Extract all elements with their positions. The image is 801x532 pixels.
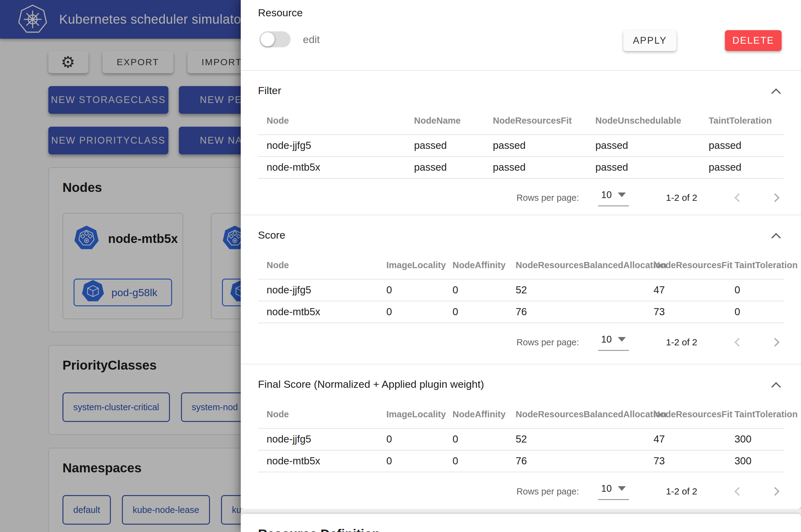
column-header: TaintToleration bbox=[709, 106, 784, 135]
table-row: node-mtb5x passed passed passed passed bbox=[258, 156, 784, 178]
resource-definition-section: Resource Definition bbox=[241, 514, 801, 532]
cell-value: 52 bbox=[516, 279, 654, 301]
cell-node: node-mtb5x bbox=[258, 301, 386, 323]
cell-node: node-mtb5x bbox=[258, 450, 386, 472]
cell-value: 0 bbox=[386, 450, 453, 472]
cell-value: 0 bbox=[386, 301, 453, 323]
score-pagination: Rows per page: 10 1-2 of 2 bbox=[258, 332, 784, 352]
resource-drawer: Resource edit APPLY DELETE Filter Node N… bbox=[241, 0, 801, 532]
column-header: ImageLocality bbox=[386, 399, 453, 429]
previous-page-icon[interactable] bbox=[734, 193, 743, 202]
drawer-header: Resource edit APPLY DELETE bbox=[241, 0, 801, 71]
cell-value: 0 bbox=[453, 450, 516, 472]
cell-value: 300 bbox=[734, 429, 784, 450]
score-table: Node ImageLocality NodeAffinity NodeReso… bbox=[258, 250, 784, 323]
final-score-pagination: Rows per page: 10 1-2 of 2 bbox=[258, 481, 784, 501]
final-score-table: Node ImageLocality NodeAffinity NodeReso… bbox=[258, 399, 784, 472]
filter-title: Filter bbox=[258, 71, 784, 97]
cell-value: 52 bbox=[516, 429, 654, 450]
cell-value: 73 bbox=[654, 301, 734, 323]
cell-node: node-mtb5x bbox=[258, 156, 414, 178]
filter-pagination: Rows per page: 10 1-2 of 2 bbox=[258, 188, 784, 208]
edit-toggle[interactable] bbox=[260, 31, 291, 48]
cell-value: passed bbox=[414, 135, 493, 156]
table-row: node-jjfg5 passed passed passed passed bbox=[258, 135, 784, 156]
cell-value: 0 bbox=[386, 429, 453, 450]
cell-value: 300 bbox=[734, 450, 784, 472]
cell-value: 76 bbox=[516, 301, 654, 323]
cell-value: 0 bbox=[453, 301, 516, 323]
next-page-icon[interactable] bbox=[771, 193, 780, 202]
table-row: node-jjfg5 0 0 52 47 300 bbox=[258, 429, 784, 450]
cell-value: 0 bbox=[386, 279, 453, 301]
page-range: 1-2 of 2 bbox=[666, 486, 697, 497]
next-page-icon[interactable] bbox=[771, 338, 780, 346]
filter-table: Node NodeName NodeResourcesFit NodeUnsch… bbox=[258, 106, 784, 179]
cell-value: passed bbox=[493, 135, 595, 156]
rows-per-page-select[interactable]: 10 bbox=[598, 483, 629, 500]
previous-page-icon[interactable] bbox=[734, 338, 743, 346]
toggle-knob bbox=[260, 32, 275, 46]
cell-value: passed bbox=[709, 135, 784, 156]
delete-button[interactable]: DELETE bbox=[725, 30, 782, 51]
cell-value: 0 bbox=[734, 301, 784, 323]
table-row: node-jjfg5 0 0 52 47 0 bbox=[258, 279, 784, 301]
previous-page-icon[interactable] bbox=[734, 487, 743, 496]
column-header: TaintToleration bbox=[734, 250, 784, 279]
column-header: NodeResourcesBalancedAllocation bbox=[516, 250, 654, 279]
column-header: TaintToleration bbox=[734, 399, 784, 429]
rows-per-page-value: 10 bbox=[601, 334, 612, 345]
column-header: Node bbox=[258, 399, 386, 429]
caret-down-icon bbox=[618, 337, 626, 342]
rows-per-page-value: 10 bbox=[601, 483, 612, 494]
cell-value: passed bbox=[493, 156, 595, 178]
column-header: NodeResourcesFit bbox=[654, 399, 734, 429]
column-header: Node bbox=[258, 250, 386, 279]
score-title: Score bbox=[258, 215, 784, 241]
page-range: 1-2 of 2 bbox=[666, 337, 697, 347]
column-header: NodeAffinity bbox=[453, 250, 516, 279]
cell-value: passed bbox=[709, 156, 784, 178]
cell-node: node-jjfg5 bbox=[258, 279, 386, 301]
cell-value: passed bbox=[595, 156, 709, 178]
cell-value: passed bbox=[595, 135, 709, 156]
cell-value: passed bbox=[414, 156, 493, 178]
column-header: NodeResourcesBalancedAllocation bbox=[516, 399, 654, 429]
rows-per-page-label: Rows per page: bbox=[516, 193, 579, 203]
cell-value: 0 bbox=[734, 279, 784, 301]
column-header: NodeResourcesFit bbox=[654, 250, 734, 279]
final-score-section: Final Score (Normalized + Applied plugin… bbox=[241, 364, 801, 509]
column-header: NodeUnschedulable bbox=[595, 106, 709, 135]
filter-section: Filter Node NodeName NodeResourcesFit No… bbox=[241, 71, 801, 215]
card-gap bbox=[241, 509, 801, 514]
column-header: Node bbox=[258, 106, 414, 135]
rows-per-page-label: Rows per page: bbox=[516, 487, 579, 497]
column-header: NodeAffinity bbox=[453, 399, 516, 429]
cell-node: node-jjfg5 bbox=[258, 135, 414, 156]
caret-down-icon bbox=[618, 192, 626, 197]
cell-value: 0 bbox=[453, 279, 516, 301]
cell-value: 47 bbox=[654, 279, 734, 301]
rows-per-page-label: Rows per page: bbox=[516, 337, 579, 347]
column-header: NodeResourcesFit bbox=[493, 106, 595, 135]
column-header: NodeName bbox=[414, 106, 493, 135]
rows-per-page-select[interactable]: 10 bbox=[598, 334, 629, 351]
drawer-title: Resource bbox=[258, 7, 303, 19]
score-section: Score Node ImageLocality NodeAffinity No… bbox=[241, 215, 801, 364]
table-row: node-mtb5x 0 0 76 73 300 bbox=[258, 450, 784, 472]
edit-toggle-label: edit bbox=[303, 34, 320, 45]
page-range: 1-2 of 2 bbox=[666, 192, 697, 203]
cell-value: 76 bbox=[516, 450, 654, 472]
column-header: ImageLocality bbox=[386, 250, 453, 279]
cell-node: node-jjfg5 bbox=[258, 429, 386, 450]
resource-definition-title: Resource Definition bbox=[258, 527, 784, 532]
cell-value: 0 bbox=[453, 429, 516, 450]
rows-per-page-value: 10 bbox=[601, 189, 612, 201]
rows-per-page-select[interactable]: 10 bbox=[598, 189, 629, 206]
apply-button[interactable]: APPLY bbox=[623, 30, 676, 51]
cell-value: 47 bbox=[654, 429, 734, 450]
next-page-icon[interactable] bbox=[771, 487, 780, 496]
final-score-title: Final Score (Normalized + Applied plugin… bbox=[258, 364, 784, 390]
table-row: node-mtb5x 0 0 76 73 0 bbox=[258, 301, 784, 323]
cell-value: 73 bbox=[654, 450, 734, 472]
